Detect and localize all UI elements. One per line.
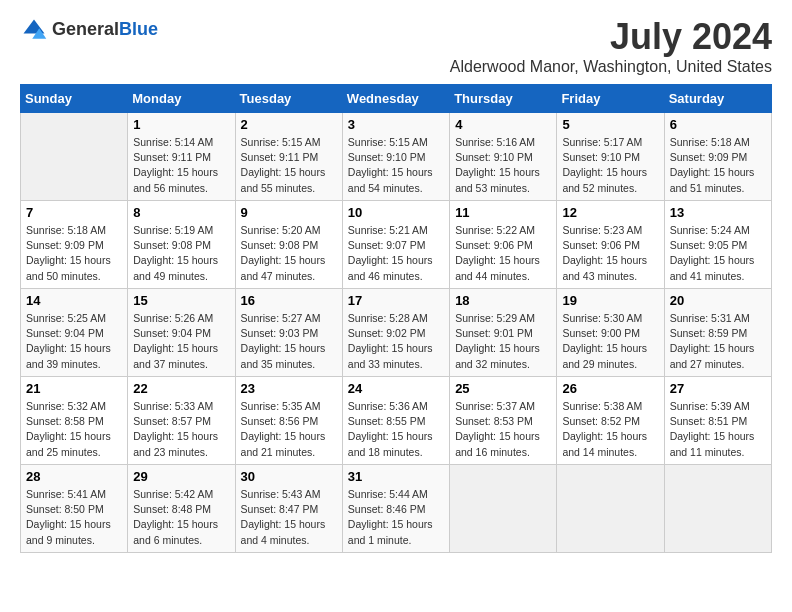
table-row	[557, 465, 664, 553]
day-info: Sunrise: 5:18 AMSunset: 9:09 PMDaylight:…	[26, 223, 122, 284]
table-row: 19Sunrise: 5:30 AMSunset: 9:00 PMDayligh…	[557, 289, 664, 377]
day-info: Sunrise: 5:35 AMSunset: 8:56 PMDaylight:…	[241, 399, 337, 460]
day-number: 23	[241, 381, 337, 396]
day-number: 21	[26, 381, 122, 396]
table-row: 31Sunrise: 5:44 AMSunset: 8:46 PMDayligh…	[342, 465, 449, 553]
day-info: Sunrise: 5:16 AMSunset: 9:10 PMDaylight:…	[455, 135, 551, 196]
day-info: Sunrise: 5:14 AMSunset: 9:11 PMDaylight:…	[133, 135, 229, 196]
day-info: Sunrise: 5:31 AMSunset: 8:59 PMDaylight:…	[670, 311, 766, 372]
day-number: 18	[455, 293, 551, 308]
day-info: Sunrise: 5:43 AMSunset: 8:47 PMDaylight:…	[241, 487, 337, 548]
day-info: Sunrise: 5:19 AMSunset: 9:08 PMDaylight:…	[133, 223, 229, 284]
calendar-week-row: 14Sunrise: 5:25 AMSunset: 9:04 PMDayligh…	[21, 289, 772, 377]
table-row: 27Sunrise: 5:39 AMSunset: 8:51 PMDayligh…	[664, 377, 771, 465]
day-number: 14	[26, 293, 122, 308]
day-number: 27	[670, 381, 766, 396]
table-row	[21, 113, 128, 201]
month-year-title: July 2024	[450, 16, 772, 58]
day-info: Sunrise: 5:26 AMSunset: 9:04 PMDaylight:…	[133, 311, 229, 372]
day-number: 2	[241, 117, 337, 132]
day-info: Sunrise: 5:42 AMSunset: 8:48 PMDaylight:…	[133, 487, 229, 548]
location-subtitle: Alderwood Manor, Washington, United Stat…	[450, 58, 772, 76]
calendar-week-row: 21Sunrise: 5:32 AMSunset: 8:58 PMDayligh…	[21, 377, 772, 465]
day-number: 15	[133, 293, 229, 308]
table-row: 14Sunrise: 5:25 AMSunset: 9:04 PMDayligh…	[21, 289, 128, 377]
day-number: 30	[241, 469, 337, 484]
table-row	[664, 465, 771, 553]
table-row: 4Sunrise: 5:16 AMSunset: 9:10 PMDaylight…	[450, 113, 557, 201]
day-info: Sunrise: 5:23 AMSunset: 9:06 PMDaylight:…	[562, 223, 658, 284]
day-info: Sunrise: 5:33 AMSunset: 8:57 PMDaylight:…	[133, 399, 229, 460]
logo: GeneralBlue	[20, 16, 158, 44]
table-row: 8Sunrise: 5:19 AMSunset: 9:08 PMDaylight…	[128, 201, 235, 289]
header-wednesday: Wednesday	[342, 85, 449, 113]
table-row: 21Sunrise: 5:32 AMSunset: 8:58 PMDayligh…	[21, 377, 128, 465]
day-number: 29	[133, 469, 229, 484]
day-number: 22	[133, 381, 229, 396]
table-row: 18Sunrise: 5:29 AMSunset: 9:01 PMDayligh…	[450, 289, 557, 377]
day-info: Sunrise: 5:21 AMSunset: 9:07 PMDaylight:…	[348, 223, 444, 284]
table-row: 25Sunrise: 5:37 AMSunset: 8:53 PMDayligh…	[450, 377, 557, 465]
day-number: 28	[26, 469, 122, 484]
table-row: 12Sunrise: 5:23 AMSunset: 9:06 PMDayligh…	[557, 201, 664, 289]
day-number: 24	[348, 381, 444, 396]
day-info: Sunrise: 5:15 AMSunset: 9:11 PMDaylight:…	[241, 135, 337, 196]
calendar-week-row: 7Sunrise: 5:18 AMSunset: 9:09 PMDaylight…	[21, 201, 772, 289]
day-number: 5	[562, 117, 658, 132]
day-info: Sunrise: 5:36 AMSunset: 8:55 PMDaylight:…	[348, 399, 444, 460]
day-number: 3	[348, 117, 444, 132]
table-row: 16Sunrise: 5:27 AMSunset: 9:03 PMDayligh…	[235, 289, 342, 377]
table-row: 23Sunrise: 5:35 AMSunset: 8:56 PMDayligh…	[235, 377, 342, 465]
day-number: 20	[670, 293, 766, 308]
table-row: 3Sunrise: 5:15 AMSunset: 9:10 PMDaylight…	[342, 113, 449, 201]
table-row: 24Sunrise: 5:36 AMSunset: 8:55 PMDayligh…	[342, 377, 449, 465]
day-info: Sunrise: 5:15 AMSunset: 9:10 PMDaylight:…	[348, 135, 444, 196]
table-row: 29Sunrise: 5:42 AMSunset: 8:48 PMDayligh…	[128, 465, 235, 553]
table-row: 22Sunrise: 5:33 AMSunset: 8:57 PMDayligh…	[128, 377, 235, 465]
table-row: 5Sunrise: 5:17 AMSunset: 9:10 PMDaylight…	[557, 113, 664, 201]
calendar-week-row: 28Sunrise: 5:41 AMSunset: 8:50 PMDayligh…	[21, 465, 772, 553]
day-info: Sunrise: 5:20 AMSunset: 9:08 PMDaylight:…	[241, 223, 337, 284]
header-saturday: Saturday	[664, 85, 771, 113]
table-row	[450, 465, 557, 553]
table-row: 7Sunrise: 5:18 AMSunset: 9:09 PMDaylight…	[21, 201, 128, 289]
day-number: 6	[670, 117, 766, 132]
logo-icon	[20, 16, 48, 44]
table-row: 6Sunrise: 5:18 AMSunset: 9:09 PMDaylight…	[664, 113, 771, 201]
calendar-table: Sunday Monday Tuesday Wednesday Thursday…	[20, 84, 772, 553]
day-info: Sunrise: 5:39 AMSunset: 8:51 PMDaylight:…	[670, 399, 766, 460]
table-row: 30Sunrise: 5:43 AMSunset: 8:47 PMDayligh…	[235, 465, 342, 553]
title-area: July 2024 Alderwood Manor, Washington, U…	[450, 16, 772, 76]
day-info: Sunrise: 5:24 AMSunset: 9:05 PMDaylight:…	[670, 223, 766, 284]
table-row: 2Sunrise: 5:15 AMSunset: 9:11 PMDaylight…	[235, 113, 342, 201]
table-row: 15Sunrise: 5:26 AMSunset: 9:04 PMDayligh…	[128, 289, 235, 377]
day-info: Sunrise: 5:38 AMSunset: 8:52 PMDaylight:…	[562, 399, 658, 460]
table-row: 26Sunrise: 5:38 AMSunset: 8:52 PMDayligh…	[557, 377, 664, 465]
day-info: Sunrise: 5:44 AMSunset: 8:46 PMDaylight:…	[348, 487, 444, 548]
header-thursday: Thursday	[450, 85, 557, 113]
day-number: 25	[455, 381, 551, 396]
day-info: Sunrise: 5:22 AMSunset: 9:06 PMDaylight:…	[455, 223, 551, 284]
header-sunday: Sunday	[21, 85, 128, 113]
table-row: 9Sunrise: 5:20 AMSunset: 9:08 PMDaylight…	[235, 201, 342, 289]
day-number: 13	[670, 205, 766, 220]
day-info: Sunrise: 5:17 AMSunset: 9:10 PMDaylight:…	[562, 135, 658, 196]
day-info: Sunrise: 5:25 AMSunset: 9:04 PMDaylight:…	[26, 311, 122, 372]
day-info: Sunrise: 5:18 AMSunset: 9:09 PMDaylight:…	[670, 135, 766, 196]
table-row: 1Sunrise: 5:14 AMSunset: 9:11 PMDaylight…	[128, 113, 235, 201]
header-tuesday: Tuesday	[235, 85, 342, 113]
day-number: 26	[562, 381, 658, 396]
table-row: 20Sunrise: 5:31 AMSunset: 8:59 PMDayligh…	[664, 289, 771, 377]
table-row: 10Sunrise: 5:21 AMSunset: 9:07 PMDayligh…	[342, 201, 449, 289]
header-monday: Monday	[128, 85, 235, 113]
day-number: 12	[562, 205, 658, 220]
table-row: 28Sunrise: 5:41 AMSunset: 8:50 PMDayligh…	[21, 465, 128, 553]
day-info: Sunrise: 5:32 AMSunset: 8:58 PMDaylight:…	[26, 399, 122, 460]
table-row: 11Sunrise: 5:22 AMSunset: 9:06 PMDayligh…	[450, 201, 557, 289]
day-number: 19	[562, 293, 658, 308]
table-row: 13Sunrise: 5:24 AMSunset: 9:05 PMDayligh…	[664, 201, 771, 289]
table-row: 17Sunrise: 5:28 AMSunset: 9:02 PMDayligh…	[342, 289, 449, 377]
calendar-week-row: 1Sunrise: 5:14 AMSunset: 9:11 PMDaylight…	[21, 113, 772, 201]
day-info: Sunrise: 5:37 AMSunset: 8:53 PMDaylight:…	[455, 399, 551, 460]
day-number: 17	[348, 293, 444, 308]
